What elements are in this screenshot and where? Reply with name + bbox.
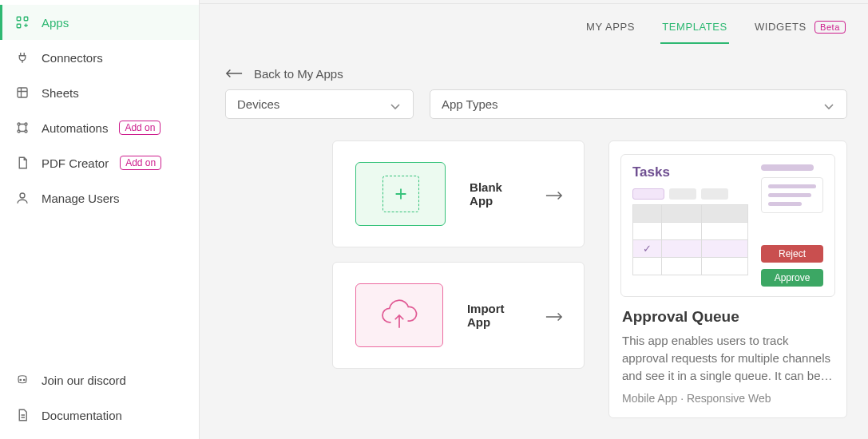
svg-rect-1 [24, 17, 28, 21]
cloud-upload-icon [377, 298, 422, 333]
header-tabs: MY APPS TEMPLATES WIDGETS Beta [585, 14, 847, 44]
svg-point-5 [25, 123, 27, 125]
sidebar-item-label: Apps [42, 16, 69, 30]
plug-icon [14, 49, 30, 65]
arrow-right-icon [545, 189, 561, 199]
filter-row: Devices App Types [225, 89, 847, 119]
approve-button: Approve [761, 269, 823, 287]
sidebar-item-apps[interactable]: Apps [0, 5, 199, 40]
sidebar-item-label: PDF Creator [42, 156, 109, 170]
chevron-down-icon [390, 99, 402, 110]
template-preview-tabs [632, 188, 748, 200]
blank-app-tile [355, 162, 446, 226]
template-preview: Tasks ✓ [620, 154, 835, 297]
template-description: This app enables users to track approval… [622, 332, 834, 384]
devices-label: Devices [237, 97, 279, 111]
sheets-icon [14, 85, 30, 101]
chevron-down-icon [824, 99, 835, 110]
tab-my-apps[interactable]: MY APPS [585, 14, 636, 44]
main-area: MY APPS TEMPLATES WIDGETS Beta Back to M… [200, 0, 868, 439]
svg-rect-2 [17, 24, 21, 28]
plus-dashed-icon [382, 176, 419, 212]
template-card-approval-queue[interactable]: Tasks ✓ [608, 140, 847, 418]
addon-badge: Add on [119, 121, 161, 135]
reject-button: Reject [761, 245, 823, 263]
svg-point-8 [20, 193, 25, 198]
template-preview-table: ✓ [632, 204, 748, 275]
beta-badge: Beta [814, 21, 846, 34]
content-area: Blank App Import App [332, 140, 847, 439]
sidebar-item-label: Sheets [42, 86, 79, 100]
divider [200, 3, 868, 4]
sidebar-item-connectors[interactable]: Connectors [0, 40, 199, 75]
apps-icon [14, 14, 30, 30]
svg-point-10 [24, 379, 26, 381]
document-icon [14, 407, 30, 423]
app-types-select[interactable]: App Types [430, 89, 847, 119]
sidebar-item-manage-users[interactable]: Manage Users [0, 180, 199, 216]
user-icon [14, 190, 30, 206]
sidebar-item-automations[interactable]: Automations Add on [0, 110, 199, 145]
svg-point-4 [18, 123, 20, 125]
arrow-left-icon [225, 67, 243, 81]
import-app-label: Import App [467, 302, 521, 329]
sidebar: Apps Connectors Sheets Automations Add [0, 0, 200, 439]
svg-point-9 [20, 379, 22, 381]
placeholder-bar [761, 164, 814, 171]
blank-app-label: Blank App [470, 180, 521, 208]
sidebar-item-discord[interactable]: Join our discord [0, 362, 199, 397]
sidebar-item-label: Documentation [42, 409, 122, 422]
automations-icon [14, 120, 30, 136]
addon-badge: Add on [120, 156, 161, 170]
sidebar-item-pdf-creator[interactable]: PDF Creator Add on [0, 145, 199, 180]
import-app-tile [355, 283, 443, 347]
blank-app-card[interactable]: Blank App [332, 140, 585, 247]
placeholder-lines [761, 177, 823, 213]
back-to-my-apps[interactable]: Back to My Apps [225, 67, 343, 81]
svg-point-7 [25, 130, 27, 132]
arrow-right-icon [545, 310, 561, 320]
tab-widgets-label: WIDGETS [755, 21, 807, 33]
svg-rect-0 [17, 17, 21, 21]
sidebar-item-label: Automations [42, 121, 108, 135]
sidebar-item-label: Connectors [42, 51, 103, 65]
sidebar-item-sheets[interactable]: Sheets [0, 75, 199, 110]
sidebar-item-label: Manage Users [42, 192, 120, 205]
app-types-label: App Types [442, 97, 498, 111]
check-icon: ✓ [633, 243, 661, 255]
tab-templates[interactable]: TEMPLATES [660, 14, 729, 44]
back-label: Back to My Apps [254, 67, 343, 81]
devices-select[interactable]: Devices [225, 89, 414, 119]
discord-icon [14, 372, 30, 388]
template-platforms: Mobile App · Responsive Web [622, 392, 834, 405]
pdf-icon [14, 155, 30, 171]
tab-widgets[interactable]: WIDGETS Beta [753, 14, 847, 44]
import-app-card[interactable]: Import App [332, 262, 585, 369]
sidebar-item-label: Join our discord [42, 374, 126, 387]
svg-rect-3 [18, 88, 27, 97]
svg-point-6 [18, 130, 20, 132]
template-preview-title: Tasks [632, 164, 748, 180]
sidebar-item-documentation[interactable]: Documentation [0, 397, 199, 433]
template-name: Approval Queue [622, 308, 834, 326]
